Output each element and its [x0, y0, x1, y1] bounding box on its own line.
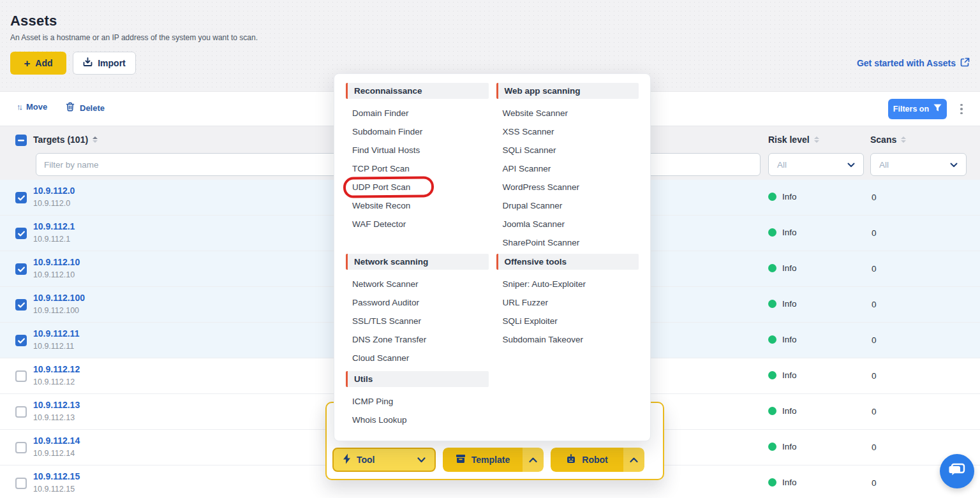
- row-checkbox[interactable]: [15, 299, 27, 311]
- section-header-web-app-scanning: Web app scanning: [496, 83, 639, 99]
- menu-item[interactable]: SQLi Exploiter: [496, 312, 639, 330]
- risk-label: Info: [782, 263, 797, 273]
- section-header-offensive-tools: Offensive tools: [496, 254, 639, 270]
- template-dropdown-button[interactable]: Template: [443, 448, 544, 472]
- select-all-checkbox[interactable]: [15, 135, 27, 146]
- menu-item[interactable]: URL Fuzzer: [496, 293, 639, 312]
- more-options-kebab-icon[interactable]: [957, 100, 966, 118]
- menu-item[interactable]: Password Auditor: [346, 293, 489, 312]
- menu-item[interactable]: Network Scanner: [346, 275, 489, 293]
- menu-item[interactable]: Cloud Scanner: [346, 349, 489, 367]
- tool-dropdown-button[interactable]: Tool: [332, 448, 436, 472]
- menu-item[interactable]: Website Recon: [346, 196, 489, 215]
- section-header-utils: Utils: [346, 371, 489, 387]
- target-subtitle: 10.9.112.13: [33, 413, 75, 422]
- risk-filter-select[interactable]: All: [768, 153, 864, 176]
- targets-header-label: Targets (101): [33, 135, 88, 145]
- target-subtitle: 10.9.112.12: [33, 377, 75, 386]
- move-button[interactable]: ↑↓ Move: [17, 102, 47, 112]
- scan-buttons-row: Tool Template Robot: [332, 448, 644, 472]
- menu-item[interactable]: XSS Scanner: [496, 122, 639, 141]
- import-button[interactable]: Import: [73, 52, 136, 75]
- sort-scans-icon[interactable]: [901, 136, 906, 143]
- menu-item[interactable]: Find Virtual Hosts: [346, 141, 489, 159]
- scans-count: 0: [872, 443, 877, 452]
- menu-item[interactable]: Domain Finder: [346, 104, 489, 122]
- add-button[interactable]: + Add: [10, 52, 66, 75]
- scans-count: 0: [872, 407, 877, 416]
- add-button-label: Add: [35, 58, 52, 68]
- target-name-link[interactable]: 10.9.112.10: [33, 257, 80, 267]
- target-name-link[interactable]: 10.9.112.12: [33, 364, 80, 374]
- menu-item[interactable]: ICMP Ping: [346, 392, 489, 411]
- target-name-link[interactable]: 10.9.112.1: [33, 221, 75, 231]
- risk-label: Info: [782, 406, 797, 416]
- chevron-up-icon[interactable]: [623, 448, 644, 472]
- menu-item[interactable]: Joomla Scanner: [496, 215, 639, 233]
- menu-item-udp-port-scan[interactable]: UDP Port Scan: [346, 178, 489, 196]
- menu-item[interactable]: SharePoint Scanner: [496, 233, 639, 252]
- target-name-link[interactable]: 10.9.112.11: [33, 328, 79, 339]
- row-checkbox[interactable]: [15, 192, 27, 203]
- risk-header-label: Risk level: [768, 135, 810, 145]
- menu-item[interactable]: Subdomain Finder: [346, 122, 489, 141]
- tool-button-label: Tool: [357, 455, 375, 465]
- target-name-link[interactable]: 10.9.112.13: [33, 400, 80, 410]
- risk-level-cell: Info: [768, 192, 797, 201]
- row-checkbox[interactable]: [15, 335, 27, 346]
- chat-widget-button[interactable]: [940, 454, 974, 488]
- row-checkbox[interactable]: [15, 228, 27, 239]
- risk-level-cell: Info: [768, 263, 797, 273]
- row-checkbox[interactable]: [15, 478, 27, 489]
- menu-item[interactable]: WAF Detector: [346, 215, 489, 233]
- menu-item[interactable]: Sniper: Auto-Exploiter: [496, 275, 639, 293]
- row-checkbox[interactable]: [15, 442, 27, 453]
- sort-targets-icon[interactable]: [93, 136, 98, 143]
- menu-item[interactable]: DNS Zone Transfer: [346, 330, 489, 349]
- risk-level-cell: Info: [768, 299, 797, 309]
- menu-item[interactable]: Website Scanner: [496, 104, 639, 122]
- scans-count: 0: [872, 335, 877, 345]
- menu-item[interactable]: TCP Port Scan: [346, 159, 489, 178]
- chevron-up-icon[interactable]: [523, 448, 544, 472]
- check-icon: [18, 302, 25, 308]
- menu-item[interactable]: SSL/TLS Scanner: [346, 312, 489, 330]
- menu-item[interactable]: Subdomain Takeover: [496, 330, 639, 349]
- lightning-icon: [343, 453, 351, 466]
- tools-dropdown-menu: Reconnaissance Domain Finder Subdomain F…: [334, 73, 651, 441]
- row-checkbox[interactable]: [15, 263, 27, 275]
- target-name-link[interactable]: 10.9.112.100: [33, 293, 85, 303]
- scans-count: 0: [872, 371, 877, 381]
- scans-filter-select[interactable]: All: [870, 153, 967, 176]
- filters-button-label: Filters on: [893, 105, 929, 114]
- risk-label: Info: [782, 299, 797, 309]
- menu-item[interactable]: SQLi Scanner: [496, 141, 639, 159]
- indeterminate-minus-icon: [18, 140, 24, 142]
- target-name-link[interactable]: 10.9.112.14: [33, 436, 80, 446]
- move-button-label: Move: [26, 102, 47, 112]
- sort-risk-icon[interactable]: [814, 136, 819, 143]
- scans-count: 0: [872, 300, 877, 309]
- external-link-icon: [960, 57, 970, 69]
- risk-info-dot-icon: [768, 228, 776, 237]
- target-subtitle: 10.9.112.10: [33, 270, 75, 279]
- delete-button[interactable]: Delete: [66, 102, 105, 114]
- target-name-link[interactable]: 10.9.112.15: [33, 471, 80, 481]
- chevron-down-icon: [950, 160, 958, 170]
- row-checkbox[interactable]: [15, 406, 27, 418]
- risk-level-cell: Info: [768, 442, 797, 451]
- target-subtitle: 10.9.112.0: [33, 199, 70, 208]
- get-started-label: Get started with Assets: [857, 58, 956, 68]
- menu-item[interactable]: Whois Lookup: [346, 411, 489, 429]
- target-name-link[interactable]: 10.9.112.0: [33, 186, 75, 196]
- chevron-down-icon: [417, 455, 426, 465]
- robot-icon: [566, 454, 576, 465]
- filters-on-button[interactable]: Filters on: [888, 99, 947, 119]
- target-subtitle: 10.9.112.15: [33, 485, 75, 494]
- menu-item[interactable]: API Scanner: [496, 159, 639, 178]
- robot-dropdown-button[interactable]: Robot: [551, 448, 644, 472]
- menu-item[interactable]: Drupal Scanner: [496, 196, 639, 215]
- get-started-link[interactable]: Get started with Assets: [857, 57, 970, 69]
- row-checkbox[interactable]: [15, 370, 27, 382]
- menu-item[interactable]: WordPress Scanner: [496, 178, 639, 196]
